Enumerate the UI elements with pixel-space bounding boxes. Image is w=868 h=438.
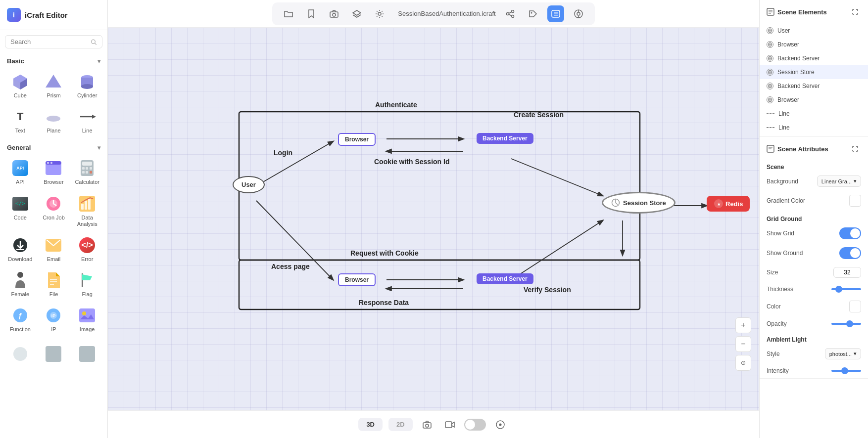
sidebar-item-cronjob[interactable]: Cron Job [38,191,70,231]
node-browser-bottom[interactable]: Browser [338,273,376,286]
scene-attributes-expand-btn[interactable] [849,143,861,155]
sidebar-item-download[interactable]: Download [4,232,37,266]
cylinder-icon [78,73,96,90]
svg-point-14 [47,162,49,164]
toolbar-bookmark-btn[interactable] [303,5,320,22]
toolbar-camera-btn[interactable] [326,5,342,22]
svg-rect-21 [82,171,85,174]
show-ground-row: Show Ground [760,243,868,263]
toolbar-file-group: SessionBasedAuthentication.icraft [272,2,594,25]
sidebar-item-browser[interactable]: Browser [38,155,70,189]
node-session-store[interactable]: Session Store [602,192,675,214]
dataanalysis-icon [79,196,95,212]
sidebar-item-download-label: Download [8,256,32,263]
section-basic-chevron[interactable]: ▾ [97,58,100,65]
sidebar-item-calculator[interactable]: Calculator [71,155,103,189]
svg-rect-29 [81,204,84,210]
svg-point-52 [333,13,336,16]
element-backend-server2[interactable]: Backend Server [760,79,868,93]
sidebar-item-code[interactable]: </> Code [4,191,37,231]
element-session-store[interactable]: Session Store [760,65,868,79]
sidebar-item-image[interactable]: Image [71,303,103,337]
sidebar-item-error[interactable]: </> Error [71,232,103,266]
toolbar-view3d-btn[interactable] [547,5,564,22]
image-icon [79,308,95,322]
element-browser1[interactable]: Browser [760,38,868,51]
canvas-area[interactable]: Authenticate Create Session Login Cookie… [108,28,759,410]
zoom-fit-btn[interactable]: ⊙ [735,355,751,371]
btn-2d[interactable]: 2D [388,418,413,431]
email-icon [46,239,61,252]
section-general-chevron[interactable]: ▾ [97,144,100,151]
sidebar-item-more1[interactable] [4,341,37,367]
element-backend-server1[interactable]: Backend Server [760,51,868,65]
sidebar-item-more2[interactable] [38,341,70,367]
zoom-in-btn[interactable]: + [735,317,751,333]
node-backend-bottom[interactable]: Backend Server [477,273,533,284]
color-swatch[interactable] [849,301,861,312]
sidebar-item-prism[interactable]: Prism [38,69,70,103]
bottom-camera-btn[interactable] [419,416,435,433]
scene-elements-expand-btn[interactable] [849,6,861,18]
svg-point-9 [47,116,60,122]
node-backend-top[interactable]: Backend Server [477,133,533,144]
file-icon [47,272,60,288]
toolbar-gear-btn[interactable] [371,5,388,22]
sidebar-item-dataanalysis[interactable]: Data Analysis [71,191,103,231]
toolbar-share-btn[interactable] [502,5,519,22]
style-dropdown[interactable]: photost... ▾ [825,348,861,359]
toolbar-layers-btn[interactable] [348,5,365,22]
node-user[interactable]: User [233,176,265,193]
show-grid-toggle[interactable] [839,227,861,239]
toolbar-folder-btn[interactable] [280,5,297,22]
node-redis[interactable]: ★ Redis [707,196,750,212]
element-line1[interactable]: Line [760,107,868,121]
gradient-color-row: Gradient Color [760,191,868,211]
sidebar-item-api[interactable]: API API [4,155,37,189]
ip-icon: IP [46,307,61,323]
toolbar-settings2-btn[interactable] [570,5,587,22]
search-input[interactable] [10,38,88,45]
sidebar-item-plane[interactable]: Plane [38,104,70,138]
sidebar-item-flag[interactable]: Flag [71,267,103,302]
sidebar-item-female[interactable]: Female [4,267,37,302]
svg-rect-20 [90,167,92,170]
sidebar-item-plane-label: Plane [47,128,60,134]
function-icon: ƒ [12,307,28,323]
element-browser2[interactable]: Browser [760,93,868,107]
show-ground-toggle[interactable] [839,247,861,259]
element-line2[interactable]: Line [760,121,868,134]
zoom-out-btn[interactable]: − [735,336,751,352]
toolbar-tag-btn[interactable] [525,5,541,22]
sidebar-item-file[interactable]: File [38,267,70,302]
thickness-slider[interactable] [831,288,861,290]
bottom-video-btn[interactable] [441,416,458,433]
svg-rect-23 [90,171,92,174]
background-dropdown[interactable]: Linear Gra... ▾ [817,175,861,187]
scene-elements-title: Scene Elements [767,8,827,16]
bottom-settings-btn[interactable] [492,416,509,433]
download-icon [12,237,28,253]
sidebar-item-ip[interactable]: IP IP [38,303,70,337]
sidebar-item-function[interactable]: ƒ Function [4,303,37,337]
svg-point-0 [92,40,96,44]
size-input[interactable] [833,267,861,278]
toggle-view-switch[interactable] [464,419,486,431]
sidebar-item-more3[interactable] [71,341,103,367]
btn-3d[interactable]: 3D [358,418,383,431]
node-browser-top[interactable]: Browser [338,133,376,146]
opacity-slider[interactable] [831,323,861,325]
sidebar-item-email[interactable]: Email [38,232,70,266]
sidebar-item-text[interactable]: T Text [4,104,37,138]
sidebar-item-ip-label: IP [51,326,56,333]
svg-line-70 [511,159,603,196]
sidebar-item-cylinder[interactable]: Cylinder [71,69,103,103]
sidebar-item-line[interactable]: Line [71,104,103,138]
search-box[interactable] [5,35,102,48]
element-user[interactable]: User [760,24,868,38]
error-icon: </> [79,237,95,253]
sidebar-item-cube[interactable]: Cube [4,69,37,103]
gradient-color-swatch[interactable] [849,195,861,207]
intensity-slider[interactable] [831,370,861,372]
sidebar-item-prism-label: Prism [47,92,60,99]
